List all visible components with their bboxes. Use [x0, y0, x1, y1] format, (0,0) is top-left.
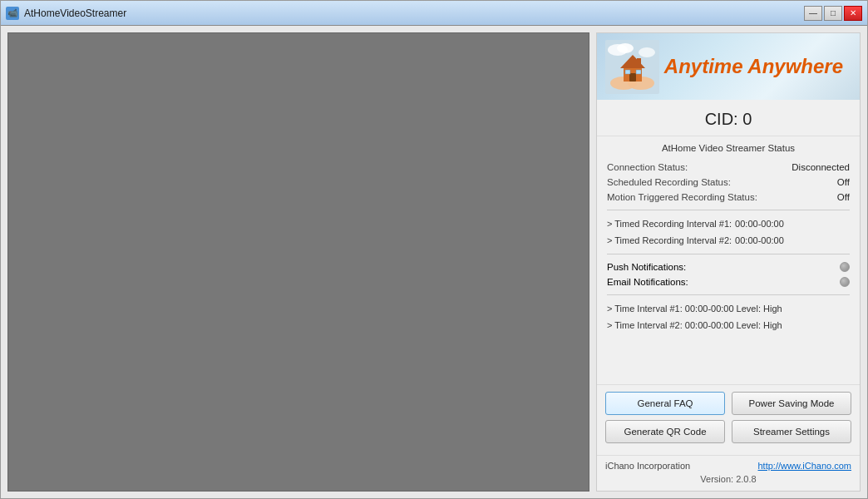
timed-interval-1-row: > Timed Recording Interval #1: 00:00-00:… — [607, 215, 850, 232]
app-icon: 📹 — [6, 7, 19, 20]
close-button[interactable]: ✕ — [844, 6, 862, 21]
maximize-button[interactable]: □ — [824, 6, 842, 21]
scheduled-value: Off — [837, 177, 850, 187]
general-faq-button[interactable]: General FAQ — [605, 392, 725, 415]
divider-2 — [607, 254, 850, 254]
streamer-settings-button[interactable]: Streamer Settings — [732, 420, 851, 443]
svg-rect-10 — [636, 70, 641, 74]
main-content: Anytime Anywhere CID: 0 AtHome Video Str… — [1, 26, 867, 498]
connection-label: Connection Status: — [607, 162, 688, 172]
minimize-button[interactable]: — — [804, 6, 822, 21]
svg-rect-11 — [637, 58, 641, 66]
divider-3 — [607, 294, 850, 295]
scheduled-recording-row: Scheduled Recording Status: Off — [607, 175, 850, 190]
push-led — [840, 262, 850, 272]
status-section-title: AtHome Video Streamer Status — [607, 143, 850, 153]
banner: Anytime Anywhere — [597, 33, 860, 100]
svg-rect-8 — [629, 73, 636, 82]
email-led — [840, 277, 850, 287]
timed-interval-2-value: 00:00-00:00 — [735, 235, 784, 245]
push-notifications-row: Push Notifications: — [607, 259, 850, 274]
time-interval-2-text: > Time Interval #2: 00:00-00:00 Level: H… — [607, 320, 782, 330]
svg-point-3 — [639, 47, 655, 57]
company-name: iChano Incorporation — [605, 461, 690, 471]
timed-interval-2-label: > Timed Recording Interval #2: — [607, 235, 732, 245]
button-row-2: Generate QR Code Streamer Settings — [605, 420, 851, 443]
push-label: Push Notifications: — [607, 262, 686, 272]
power-saving-mode-button[interactable]: Power Saving Mode — [732, 392, 851, 415]
motion-label: Motion Triggered Recording Status: — [607, 192, 757, 202]
svg-point-2 — [617, 43, 634, 53]
title-bar: 📹 AtHomeVideoStreamer — □ ✕ — [1, 1, 867, 26]
footer-section: iChano Incorporation http://www.iChano.c… — [597, 455, 860, 491]
timed-interval-1-label: > Timed Recording Interval #1: — [607, 219, 732, 229]
time-interval-1-text: > Time Interval #1: 00:00-00:00 Level: H… — [607, 304, 782, 314]
version-text: Version: 2.0.8 — [605, 474, 851, 484]
timed-interval-2-row: > Timed Recording Interval #2: 00:00-00:… — [607, 232, 850, 249]
buttons-section: General FAQ Power Saving Mode Generate Q… — [597, 384, 860, 455]
email-notifications-row: Email Notifications: — [607, 274, 850, 289]
connection-value: Disconnected — [792, 162, 850, 172]
status-section: AtHome Video Streamer Status Connection … — [597, 136, 860, 384]
company-website[interactable]: http://www.iChano.com — [758, 461, 852, 471]
scheduled-label: Scheduled Recording Status: — [607, 177, 731, 187]
time-interval-2-row: > Time Interval #2: 00:00-00:00 Level: H… — [607, 317, 850, 333]
banner-tagline: Anytime Anywhere — [664, 55, 843, 78]
window-title: AtHomeVideoStreamer — [24, 7, 126, 19]
cid-display: CID: 0 — [597, 100, 860, 136]
video-preview — [7, 32, 589, 492]
divider-1 — [607, 210, 850, 210]
house-illustration — [605, 40, 659, 94]
main-window: 📹 AtHomeVideoStreamer — □ ✕ — [0, 0, 868, 499]
generate-qr-button[interactable]: Generate QR Code — [605, 420, 725, 443]
title-bar-left: 📹 AtHomeVideoStreamer — [6, 7, 126, 20]
motion-recording-row: Motion Triggered Recording Status: Off — [607, 190, 850, 205]
footer-company-row: iChano Incorporation http://www.iChano.c… — [605, 461, 851, 471]
button-row-1: General FAQ Power Saving Mode — [605, 392, 851, 415]
time-interval-1-row: > Time Interval #1: 00:00-00:00 Level: H… — [607, 300, 850, 317]
title-bar-controls: — □ ✕ — [804, 6, 862, 21]
connection-status-row: Connection Status: Disconnected — [607, 160, 850, 175]
timed-interval-1-value: 00:00-00:00 — [735, 219, 784, 229]
motion-value: Off — [837, 192, 850, 202]
svg-rect-9 — [625, 70, 630, 74]
email-label: Email Notifications: — [607, 277, 688, 287]
right-panel: Anytime Anywhere CID: 0 AtHome Video Str… — [596, 32, 861, 492]
